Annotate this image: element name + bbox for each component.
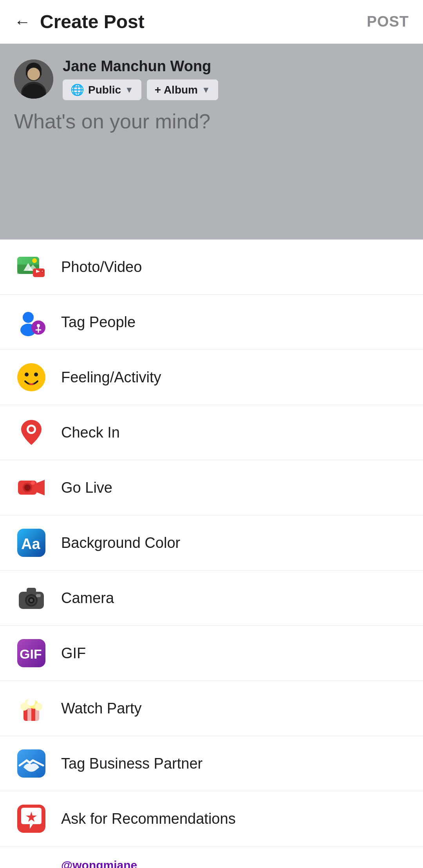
svg-rect-41 bbox=[36, 594, 41, 597]
gif-icon: GIF bbox=[16, 637, 47, 669]
music-icon bbox=[16, 858, 47, 868]
background-color-icon: Aa bbox=[16, 527, 47, 558]
privacy-label: Public bbox=[88, 84, 121, 96]
post-button[interactable]: POST bbox=[367, 13, 409, 30]
album-dropdown-icon: ▼ bbox=[202, 85, 210, 95]
svg-point-50 bbox=[34, 703, 42, 711]
privacy-controls: 🌐 Public ▼ + Album ▼ bbox=[63, 79, 218, 100]
user-info: Jane Manchun Wong 🌐 Public ▼ + Album ▼ bbox=[14, 58, 409, 100]
svg-point-39 bbox=[30, 599, 33, 602]
recommendations-label: Ask for Recommendations bbox=[61, 810, 236, 827]
compose-area: Jane Manchun Wong 🌐 Public ▼ + Album ▼ W… bbox=[0, 44, 423, 240]
menu-item-go-live[interactable]: Go Live bbox=[0, 460, 423, 515]
compose-placeholder[interactable]: What's on your mind? bbox=[14, 110, 409, 133]
svg-point-25 bbox=[34, 373, 38, 376]
svg-rect-40 bbox=[27, 588, 36, 593]
menu-item-camera[interactable]: Camera bbox=[0, 571, 423, 626]
go-live-label: Go Live bbox=[61, 479, 112, 496]
background-color-label: Background Color bbox=[61, 535, 180, 551]
gif-label: GIF bbox=[61, 645, 86, 662]
svg-marker-31 bbox=[37, 480, 45, 495]
svg-point-23 bbox=[17, 363, 45, 391]
watch-party-label: Watch Party bbox=[61, 700, 142, 717]
photo-video-icon bbox=[16, 251, 47, 283]
watch-party-icon bbox=[16, 693, 47, 724]
menu-item-feeling[interactable]: Feeling/Activity bbox=[0, 350, 423, 405]
svg-rect-45 bbox=[27, 707, 31, 721]
svg-text:GIF: GIF bbox=[20, 646, 42, 661]
menu-item-check-in[interactable]: Check In bbox=[0, 405, 423, 460]
menu-item-background-color[interactable]: Aa Background Color bbox=[0, 515, 423, 571]
svg-point-6 bbox=[27, 68, 40, 80]
svg-point-27 bbox=[29, 427, 34, 432]
svg-point-24 bbox=[25, 373, 29, 376]
menu-item-recommendations[interactable]: Ask for Recommendations bbox=[0, 791, 423, 846]
tag-business-label: Tag Business Partner bbox=[61, 755, 202, 772]
photo-video-label: Photo/Video bbox=[61, 259, 142, 276]
menu-item-music[interactable]: @wongmjane Music bbox=[0, 846, 423, 868]
camera-icon bbox=[16, 582, 47, 614]
music-sublabel: @wongmjane bbox=[61, 859, 137, 868]
check-in-label: Check In bbox=[61, 424, 120, 441]
svg-point-51 bbox=[27, 698, 35, 706]
music-label-container: @wongmjane Music bbox=[61, 859, 137, 868]
recommendations-icon bbox=[16, 803, 47, 834]
check-in-icon bbox=[16, 417, 47, 448]
globe-icon: 🌐 bbox=[70, 83, 84, 96]
header-left: ← Create Post bbox=[14, 11, 145, 32]
svg-point-30 bbox=[24, 484, 31, 491]
svg-point-12 bbox=[32, 258, 37, 263]
user-name: Jane Manchun Wong bbox=[63, 58, 218, 75]
svg-text:Aa: Aa bbox=[21, 536, 40, 552]
avatar-image bbox=[14, 59, 53, 99]
album-label: + Album bbox=[155, 84, 198, 96]
go-live-icon bbox=[16, 472, 47, 503]
tag-people-label: Tag People bbox=[61, 314, 136, 331]
menu-list: Photo/Video Tag People Feeling/Ac bbox=[0, 240, 423, 868]
menu-item-tag-people[interactable]: Tag People bbox=[0, 295, 423, 350]
menu-item-gif[interactable]: GIF GIF bbox=[0, 626, 423, 681]
camera-label: Camera bbox=[61, 590, 114, 607]
svg-point-32 bbox=[31, 481, 35, 485]
album-button[interactable]: + Album ▼ bbox=[147, 79, 218, 100]
tag-people-icon bbox=[16, 306, 47, 338]
feeling-icon bbox=[16, 362, 47, 393]
menu-item-photo-video[interactable]: Photo/Video bbox=[0, 240, 423, 295]
tag-business-icon bbox=[16, 748, 47, 779]
back-button[interactable]: ← bbox=[14, 13, 31, 31]
menu-item-watch-party[interactable]: Watch Party bbox=[0, 681, 423, 736]
privacy-dropdown-icon: ▼ bbox=[125, 85, 134, 95]
header: ← Create Post POST bbox=[0, 0, 423, 44]
feeling-label: Feeling/Activity bbox=[61, 369, 161, 386]
privacy-button[interactable]: 🌐 Public ▼ bbox=[63, 79, 141, 100]
svg-point-16 bbox=[42, 270, 43, 272]
svg-point-17 bbox=[23, 312, 34, 323]
page-title: Create Post bbox=[40, 11, 145, 32]
menu-item-tag-business[interactable]: Tag Business Partner bbox=[0, 736, 423, 791]
user-details: Jane Manchun Wong 🌐 Public ▼ + Album ▼ bbox=[63, 58, 218, 100]
avatar bbox=[14, 59, 53, 99]
